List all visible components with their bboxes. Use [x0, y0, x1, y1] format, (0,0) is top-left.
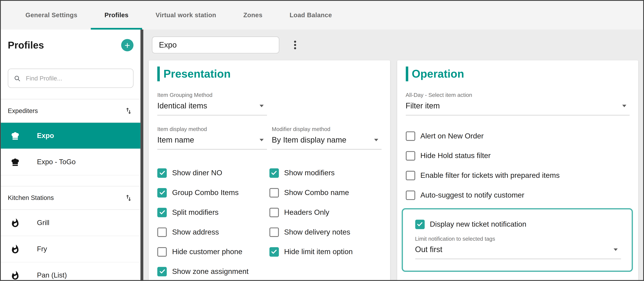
sidebar-section-title: Expediters: [8, 107, 38, 114]
presentation-checkbox-grid: Show diner NO Group Combo Items Split mo…: [157, 163, 381, 281]
sidebar-item-label: Expo - ToGo: [37, 158, 76, 166]
checkbox-label: Show Combo name: [284, 188, 349, 197]
checkbox-label: Split modifiers: [172, 208, 218, 217]
tag-filter-field: Limit notification to selected tags Out …: [415, 236, 621, 259]
sort-kitchen-stations-button[interactable]: [124, 193, 134, 203]
tab-zones[interactable]: Zones: [230, 1, 276, 30]
select-value: Identical items: [157, 102, 207, 110]
sidebar-section-header: Kitchen Stations: [1, 186, 140, 210]
sidebar-section-expediters: Expediters Expo Expo - ToGo: [1, 99, 140, 175]
checkbox-label: Show delivery notes: [284, 228, 350, 236]
sidebar-section-kitchen-stations: Kitchen Stations Grill Fry Pan (List): [1, 186, 140, 280]
checkbox[interactable]: [406, 190, 415, 200]
checkbox[interactable]: [157, 247, 167, 256]
notification-settings-box: Display new ticket notification Limit no…: [402, 208, 633, 272]
tab-virtual-work-station[interactable]: Virtual work station: [142, 1, 230, 30]
item-display-select[interactable]: Item name: [157, 132, 267, 150]
checkbox-headers-only[interactable]: Headers Only: [269, 202, 382, 222]
checkbox-show-address[interactable]: Show address: [157, 222, 269, 242]
checkbox-hide-hold-status-filter[interactable]: Hide Hold status filter: [406, 146, 630, 166]
sidebar-item-pan-list[interactable]: Pan (List): [1, 262, 140, 280]
checkbox-column-right: Show modifiers Show Combo name Headers O…: [269, 163, 382, 281]
profile-search-field[interactable]: [8, 68, 134, 88]
checkbox-label: Show zone assignment: [172, 267, 249, 276]
item-grouping-select[interactable]: Identical items: [157, 98, 267, 115]
add-profile-button[interactable]: [121, 39, 134, 51]
operation-card: Operation All-Day - Select item action F…: [397, 60, 638, 281]
checkbox[interactable]: [269, 168, 279, 178]
checkbox-group-combo-items[interactable]: Group Combo Items: [157, 183, 269, 202]
card-heading: Operation: [406, 66, 630, 82]
checkbox-label: Show diner NO: [172, 169, 222, 177]
select-value: Out first: [415, 245, 442, 254]
sidebar-item-label: Expo: [37, 132, 54, 140]
checkbox-hide-customer-phone[interactable]: Hide customer phone: [157, 242, 269, 262]
tab-general-settings[interactable]: General Settings: [12, 1, 91, 30]
checkbox[interactable]: [269, 188, 279, 198]
checkbox[interactable]: [157, 208, 167, 217]
checkbox[interactable]: [269, 247, 279, 256]
sidebar-splitter[interactable]: [140, 30, 143, 280]
sort-expediters-button[interactable]: [124, 106, 134, 116]
checkbox-display-new-ticket-notification[interactable]: Display new ticket notification: [415, 214, 621, 234]
dropdown-arrow-icon: [614, 248, 618, 251]
card-heading: Presentation: [157, 66, 381, 82]
checkbox[interactable]: [157, 168, 167, 178]
checkbox[interactable]: [269, 208, 279, 217]
checkbox-show-modifiers[interactable]: Show modifiers: [269, 163, 382, 183]
check-icon: [271, 170, 278, 176]
modifier-display-select[interactable]: By Item display name: [272, 132, 381, 150]
profiles-sidebar: Profiles Expediters: [1, 30, 140, 280]
checkbox[interactable]: [415, 220, 424, 229]
select-value: Filter item: [406, 102, 440, 110]
checkbox-label: Show address: [172, 228, 219, 236]
tab-profiles[interactable]: Profiles: [91, 1, 142, 30]
checkbox-show-delivery-notes[interactable]: Show delivery notes: [269, 222, 382, 242]
checkbox[interactable]: [406, 131, 415, 141]
all-day-action-select[interactable]: Filter item: [406, 98, 630, 115]
top-tab-bar: General Settings Profiles Virtual work s…: [1, 1, 643, 30]
checkbox-label: Show modifiers: [284, 169, 335, 177]
tabs: General Settings Profiles Virtual work s…: [1, 1, 643, 30]
operation-checkbox-list: Alert on New Order Hide Hold status filt…: [406, 126, 630, 205]
sidebar-item-expo[interactable]: Expo: [1, 122, 140, 148]
notification-checkbox-list: Display new ticket notification: [415, 214, 621, 234]
checkbox[interactable]: [406, 151, 415, 160]
sidebar-section-title: Kitchen Stations: [8, 194, 54, 202]
more-options-button[interactable]: [292, 38, 298, 51]
sidebar-item-expo-togo[interactable]: Expo - ToGo: [1, 149, 140, 175]
all-day-action-field: All-Day - Select item action Filter item: [406, 92, 630, 115]
checkbox-alert-on-new-order[interactable]: Alert on New Order: [406, 126, 630, 146]
profile-search-input[interactable]: [25, 74, 128, 82]
tab-label: Virtual work station: [156, 12, 216, 19]
checkbox[interactable]: [157, 188, 167, 198]
tab-load-balance[interactable]: Load Balance: [276, 1, 346, 30]
checkbox-show-combo-name[interactable]: Show Combo name: [269, 183, 382, 202]
sidebar-header: Profiles: [1, 30, 140, 61]
checkbox-auto-suggest-to-notify-customer[interactable]: Auto-suggest to notify customer: [406, 185, 630, 205]
dropdown-arrow-icon: [622, 105, 626, 107]
checkbox-hide-limit-item-option[interactable]: Hide limit item option: [269, 242, 382, 262]
checkbox[interactable]: [269, 227, 279, 237]
checkbox[interactable]: [157, 267, 167, 276]
sidebar-title: Profiles: [8, 39, 44, 51]
sidebar-item-fry[interactable]: Fry: [1, 236, 140, 262]
checkbox-label: Headers Only: [284, 208, 329, 217]
more-options-icon: [294, 40, 296, 49]
checkbox[interactable]: [157, 227, 167, 237]
checkbox-show-diner-no[interactable]: Show diner NO: [157, 163, 269, 183]
checkbox-show-zone-assignment[interactable]: Show zone assignment: [157, 262, 269, 281]
sidebar-item-grill[interactable]: Grill: [1, 210, 140, 236]
select-value: By Item display name: [272, 136, 346, 144]
checkbox[interactable]: [406, 171, 415, 180]
title-accent-bar: [157, 66, 160, 82]
checkbox-enable-filter-for-tickets-with-prepared-items[interactable]: Enable filter for tickets with prepared …: [406, 166, 630, 185]
tag-filter-select[interactable]: Out first: [415, 242, 621, 259]
select-value: Item name: [157, 136, 194, 144]
sidebar-item-label: Fry: [37, 245, 47, 253]
card-title: Presentation: [164, 68, 231, 80]
sidebar-section-header: Expediters: [1, 99, 140, 122]
profile-name-input[interactable]: [152, 36, 279, 54]
checkbox-split-modifiers[interactable]: Split modifiers: [157, 202, 269, 222]
title-accent-bar: [406, 66, 408, 82]
